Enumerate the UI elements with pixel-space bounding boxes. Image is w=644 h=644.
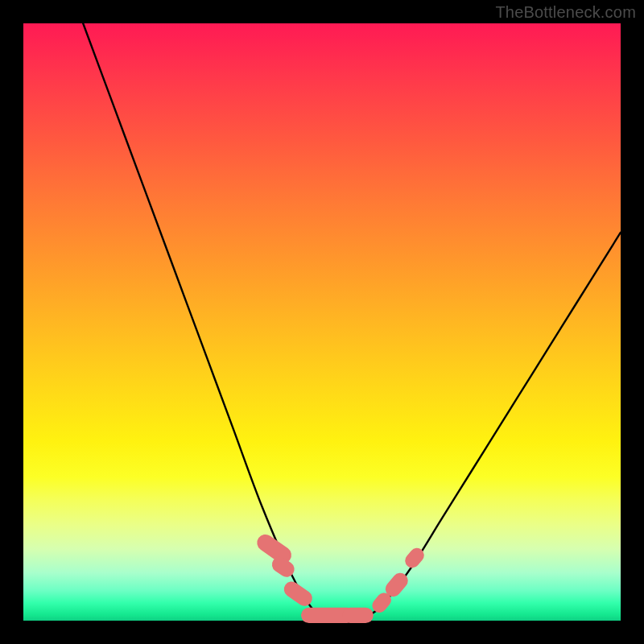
chart-svg xyxy=(23,23,621,621)
curve-marker xyxy=(342,608,374,623)
curve-line xyxy=(83,23,621,617)
attribution-text: TheBottleneck.com xyxy=(495,3,636,22)
plot-area xyxy=(23,23,621,621)
curve-markers xyxy=(254,531,427,623)
chart-frame: TheBottleneck.com xyxy=(0,0,644,644)
